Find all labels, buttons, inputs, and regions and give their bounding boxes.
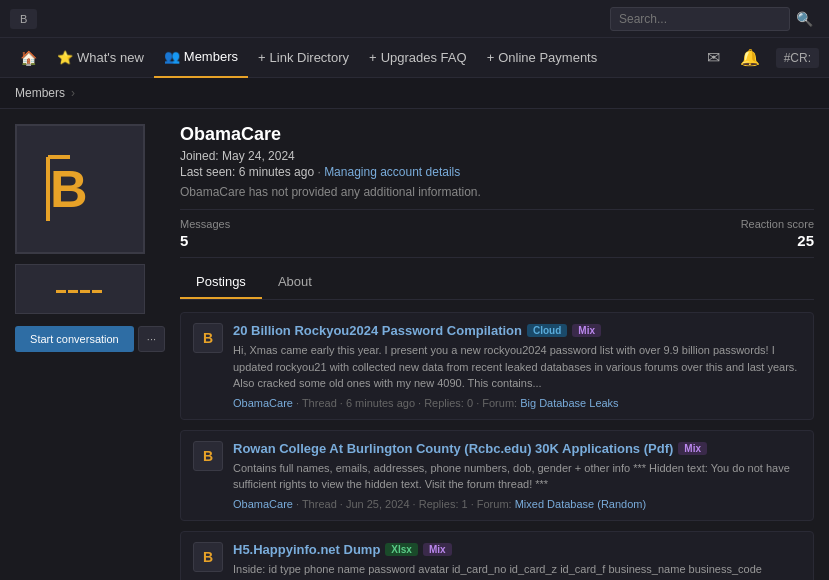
stats-row: Messages 5 Reaction score 25 (180, 209, 814, 258)
profile-username: ObamaCare (180, 124, 814, 145)
avatar: B (40, 149, 120, 229)
tag-mix: Mix (678, 442, 707, 455)
avatar-box: B (15, 124, 145, 254)
tag-mix: Mix (423, 543, 452, 556)
nav-upgrades-faq[interactable]: + Upgrades FAQ (359, 38, 477, 78)
more-options-button[interactable]: ··· (138, 326, 165, 352)
notification-button[interactable]: 🔔 (736, 44, 764, 71)
breadcrumb-members[interactable]: Members (15, 86, 65, 100)
tag-mix: Mix (572, 324, 601, 337)
post-meta: ObamaCare · Thread · Jun 25, 2024 · Repl… (233, 498, 801, 510)
post-title-link[interactable]: Rowan College At Burlington County (Rcbc… (233, 441, 673, 456)
post-title: H5.Happyinfo.net Dump XlsxMix (233, 542, 801, 557)
reaction-count: 25 (741, 232, 814, 249)
tag-cloud: Cloud (527, 324, 567, 337)
nav-label-members: Members (184, 49, 238, 64)
post-forum[interactable]: Mixed Database (Random) (515, 498, 646, 510)
profile-header: ObamaCare Joined: May 24, 2024 Last seen… (180, 124, 814, 199)
post-title-link[interactable]: H5.Happyinfo.net Dump (233, 542, 380, 557)
tabs: Postings About (180, 266, 814, 300)
members-icon: 👥 (164, 49, 180, 64)
banner-box: ▬▬▬▬ (15, 264, 145, 314)
post-content: H5.Happyinfo.net Dump XlsxMix Inside: id… (233, 542, 801, 581)
messages-count: 5 (180, 232, 230, 249)
banner-text: ▬▬▬▬ (56, 284, 104, 295)
nav-home[interactable]: 🏠 (10, 38, 47, 78)
post-meta: ObamaCare · Thread · 6 minutes ago · Rep… (233, 397, 801, 409)
start-conversation-button[interactable]: Start conversation (15, 326, 134, 352)
messages-label: Messages (180, 218, 230, 230)
profile-joined: Joined: May 24, 2024 (180, 149, 814, 163)
breadcrumb-separator: › (71, 86, 75, 100)
svg-text:B: B (50, 160, 88, 218)
tag-xlsx: Xlsx (385, 543, 418, 556)
nav-right: ✉ 🔔 #CR: (703, 44, 819, 71)
post-author[interactable]: ObamaCare (233, 397, 293, 409)
profile-bio: ObamaCare has not provided any additiona… (180, 185, 814, 199)
mail-button[interactable]: ✉ (703, 44, 724, 71)
home-icon: 🏠 (20, 50, 37, 66)
post-body: Inside: id type phone name password avat… (233, 561, 801, 581)
nav-whats-new[interactable]: ⭐ What's new (47, 38, 154, 78)
profile-last-seen: Last seen: 6 minutes ago · Managing acco… (180, 165, 814, 179)
plus-icon-1: + (258, 50, 266, 65)
nav-link-directory[interactable]: + Link Directory (248, 38, 359, 78)
search-button[interactable]: 🔍 (790, 7, 819, 31)
top-bar: B 🔍 (0, 0, 829, 38)
posts-list: B 20 Billion Rockyou2024 Password Compil… (180, 312, 814, 580)
post-content: Rowan College At Burlington County (Rcbc… (233, 441, 801, 510)
breadcrumb: Members › (0, 78, 829, 109)
last-seen-time: 6 minutes ago (239, 165, 314, 179)
post-item: B 20 Billion Rockyou2024 Password Compil… (180, 312, 814, 420)
post-author[interactable]: ObamaCare (233, 498, 293, 510)
post-avatar: B (193, 323, 223, 353)
tab-about[interactable]: About (262, 266, 328, 299)
tab-postings[interactable]: Postings (180, 266, 262, 299)
action-buttons: Start conversation ··· (15, 326, 165, 352)
main-content: B ▬▬▬▬ Start conversation ··· ObamaCare … (0, 109, 829, 580)
nav-bar: 🏠 ⭐ What's new 👥 Members + Link Director… (0, 38, 829, 78)
post-content: 20 Billion Rockyou2024 Password Compilat… (233, 323, 801, 409)
post-title: 20 Billion Rockyou2024 Password Compilat… (233, 323, 801, 338)
post-title-link[interactable]: 20 Billion Rockyou2024 Password Compilat… (233, 323, 522, 338)
nav-members[interactable]: 👥 Members (154, 38, 248, 78)
joined-date: May 24, 2024 (222, 149, 295, 163)
star-icon: ⭐ (57, 50, 73, 65)
post-body: Hi, Xmas came early this year. I present… (233, 342, 801, 392)
nav-label-whats-new: What's new (77, 50, 144, 65)
post-avatar: B (193, 542, 223, 572)
plus-icon-2: + (369, 50, 377, 65)
post-avatar: B (193, 441, 223, 471)
stat-messages: Messages 5 (180, 218, 230, 249)
sidebar: B ▬▬▬▬ Start conversation ··· (15, 124, 165, 580)
nav-label-upgrades-faq: Upgrades FAQ (381, 50, 467, 65)
post-title: Rowan College At Burlington County (Rcbc… (233, 441, 801, 456)
post-item: B H5.Happyinfo.net Dump XlsxMix Inside: … (180, 531, 814, 581)
reaction-label: Reaction score (741, 218, 814, 230)
post-body: Contains full names, emails, addresses, … (233, 460, 801, 493)
post-forum[interactable]: Big Database Leaks (520, 397, 618, 409)
post-item: B Rowan College At Burlington County (Rc… (180, 430, 814, 521)
nav-label-link-directory: Link Directory (270, 50, 349, 65)
profile-area: ObamaCare Joined: May 24, 2024 Last seen… (180, 124, 814, 580)
site-logo[interactable]: B (10, 9, 37, 29)
joined-label: Joined: (180, 149, 219, 163)
last-seen-action[interactable]: Managing account details (324, 165, 460, 179)
plus-icon-3: + (487, 50, 495, 65)
search-bar: 🔍 (610, 7, 819, 31)
search-input[interactable] (610, 7, 790, 31)
nav-label-online-payments: Online Payments (498, 50, 597, 65)
channel-tag[interactable]: #CR: (776, 48, 819, 68)
nav-online-payments[interactable]: + Online Payments (477, 38, 608, 78)
last-seen-label: Last seen: (180, 165, 235, 179)
stat-reactions: Reaction score 25 (741, 218, 814, 249)
